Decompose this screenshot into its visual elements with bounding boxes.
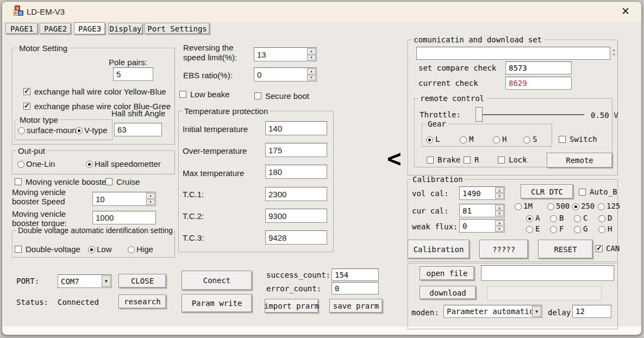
- download-button[interactable]: download: [420, 286, 476, 299]
- tab-port-settings[interactable]: Port Settings: [145, 23, 210, 34]
- unknown-button[interactable]: ?????: [479, 240, 528, 259]
- calibration-button[interactable]: Calibration: [408, 240, 470, 259]
- tc2-input[interactable]: 9300: [265, 209, 327, 223]
- save-param-button[interactable]: save prarm: [329, 299, 383, 313]
- secure-boot-checkbox[interactable]: [254, 92, 261, 99]
- spin-down-icon[interactable]: ▼: [495, 193, 504, 199]
- channel-d-radio[interactable]: [598, 215, 605, 222]
- double-voltage-checkbox[interactable]: [15, 246, 22, 253]
- spin-down-icon[interactable]: ▼: [495, 226, 504, 231]
- output-oneline-radio[interactable]: [17, 161, 24, 168]
- weak-flux-input[interactable]: 0 ▲▼: [459, 219, 505, 233]
- spin-up-icon[interactable]: ▲: [612, 48, 616, 52]
- param-write-button[interactable]: Param write: [182, 294, 252, 312]
- spin-up-icon[interactable]: ▲: [495, 187, 504, 193]
- tc1-input[interactable]: 2300: [265, 187, 327, 201]
- spin-up-icon[interactable]: ▲: [495, 205, 504, 210]
- collapse-indicator[interactable]: <: [387, 147, 402, 171]
- dropdown-arrow-icon[interactable]: ▼: [102, 276, 111, 287]
- reset-button[interactable]: RESET: [538, 240, 593, 259]
- clr-dtc-button[interactable]: CLR DTC: [521, 184, 573, 199]
- can-checkbox[interactable]: [596, 245, 603, 252]
- moving-booster-checkbox[interactable]: [15, 178, 22, 185]
- voltage-low-radio[interactable]: [88, 246, 95, 253]
- spin-down-icon[interactable]: ▼: [307, 55, 316, 61]
- auto-b-checkbox[interactable]: [579, 189, 586, 196]
- exchange-phase-checkbox[interactable]: [23, 103, 30, 110]
- channel-g-radio[interactable]: [574, 226, 581, 233]
- gear-h-radio[interactable]: [493, 136, 500, 143]
- spin-down-icon[interactable]: ▼: [146, 199, 155, 205]
- cur-cal-input[interactable]: 81 ▲▼: [459, 204, 505, 217]
- port-combobox[interactable]: COM7 ▼: [58, 274, 112, 288]
- tab-page3[interactable]: PAGE3: [74, 22, 105, 35]
- brake-checkbox[interactable]: [427, 157, 434, 164]
- rate-125-radio[interactable]: [598, 203, 605, 210]
- comm-combobox[interactable]: [416, 47, 610, 60]
- rate-250-radio[interactable]: [572, 203, 579, 210]
- status-value: Connected: [58, 298, 99, 307]
- motor-type-vtype-radio[interactable]: [76, 127, 83, 134]
- channel-c-radio[interactable]: [574, 215, 581, 222]
- open-file-button[interactable]: open file: [420, 266, 474, 280]
- spin-down-icon[interactable]: ▼: [495, 211, 504, 216]
- spin-up-icon[interactable]: ▲: [307, 48, 316, 54]
- error-count-input[interactable]: 0: [332, 282, 379, 295]
- channel-f-radio[interactable]: [550, 226, 557, 233]
- booster-torque-input[interactable]: 1000: [92, 211, 156, 224]
- over-temperature-input[interactable]: 175: [265, 143, 327, 157]
- spin-up-icon[interactable]: ▲: [495, 220, 504, 226]
- motor-type-surface-radio[interactable]: [18, 127, 25, 134]
- switch-checkbox[interactable]: [559, 136, 566, 143]
- current-check-input[interactable]: 8629: [505, 77, 572, 90]
- tab-display[interactable]: Display: [108, 23, 143, 34]
- combo-spin-icons[interactable]: ▲▼: [612, 48, 616, 57]
- gear-m-radio[interactable]: [460, 136, 467, 143]
- throttle-slider-track[interactable]: [479, 114, 584, 115]
- close-port-button[interactable]: CLOSE: [118, 274, 166, 288]
- lock-checkbox[interactable]: [498, 157, 505, 164]
- dropdown-arrow-icon[interactable]: ▼: [532, 306, 541, 317]
- file-path-input[interactable]: [481, 265, 614, 281]
- channel-e-radio[interactable]: [526, 226, 533, 233]
- channel-a-radio[interactable]: [526, 215, 533, 222]
- ebs-input[interactable]: 0 ▲▼: [254, 67, 317, 82]
- tab-page2[interactable]: PAGE2: [40, 23, 71, 34]
- reversing-input[interactable]: 13 ▲▼: [254, 47, 317, 61]
- channel-b-radio[interactable]: [550, 215, 557, 222]
- booster-speed-input[interactable]: 10 ▲▼: [92, 192, 156, 206]
- channel-h-radio[interactable]: [598, 226, 605, 233]
- r-checkbox[interactable]: [464, 157, 471, 164]
- throttle-slider-handle[interactable]: [476, 107, 483, 122]
- moden-dropdown[interactable]: Parameter automatic ▼: [443, 305, 542, 318]
- voltage-hige-radio[interactable]: [128, 246, 135, 253]
- gear-s-radio[interactable]: [523, 136, 530, 143]
- hall-shift-input[interactable]: 63: [114, 123, 162, 136]
- rate-500-radio[interactable]: [547, 203, 554, 210]
- connect-button[interactable]: Conect: [182, 271, 252, 290]
- low-beake-checkbox[interactable]: [179, 91, 186, 98]
- exchange-hall-checkbox[interactable]: [23, 88, 30, 95]
- output-hall-radio[interactable]: [86, 161, 93, 168]
- current-check-label: current check: [418, 79, 478, 88]
- vol-cal-input[interactable]: 1490 ▲▼: [459, 186, 505, 200]
- spin-up-icon[interactable]: ▲: [307, 68, 316, 74]
- cruise-checkbox[interactable]: [105, 178, 112, 185]
- research-button[interactable]: research: [118, 295, 166, 309]
- pole-pairs-input[interactable]: 5: [113, 67, 153, 81]
- delay-input[interactable]: 12: [572, 305, 611, 318]
- spin-down-icon[interactable]: ▼: [307, 75, 316, 81]
- rate-1m-radio[interactable]: [515, 203, 522, 210]
- remote-button[interactable]: Remote: [547, 153, 612, 168]
- tc3-input[interactable]: 9428: [265, 230, 327, 245]
- spin-down-icon[interactable]: ▼: [612, 53, 616, 57]
- max-temperature-input[interactable]: 180: [265, 165, 327, 179]
- tab-page1[interactable]: PAGE1: [5, 23, 38, 34]
- spin-up-icon[interactable]: ▲: [146, 193, 155, 199]
- close-icon[interactable]: ✕: [621, 6, 630, 16]
- import-param-button[interactable]: import prarm: [265, 299, 318, 313]
- gear-l-radio[interactable]: [426, 136, 433, 143]
- success-count-input[interactable]: 154: [332, 268, 379, 281]
- set-compare-input[interactable]: 8573: [505, 61, 572, 74]
- initial-temperature-input[interactable]: 140: [265, 121, 327, 135]
